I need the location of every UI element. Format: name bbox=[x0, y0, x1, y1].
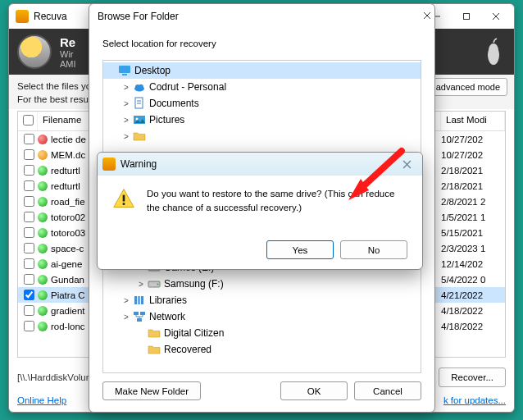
status-dot bbox=[38, 228, 48, 238]
tree-label: Network bbox=[149, 311, 185, 322]
tree-node[interactable]: >Network bbox=[103, 308, 421, 325]
warning-titlebar: Warning bbox=[98, 153, 422, 176]
recover-button[interactable]: Recover... bbox=[439, 368, 506, 387]
row-checkbox[interactable] bbox=[24, 165, 34, 176]
doc-icon bbox=[133, 97, 146, 110]
expand-icon[interactable]: > bbox=[136, 280, 146, 289]
svg-rect-22 bbox=[141, 296, 143, 304]
expand-icon[interactable]: > bbox=[121, 99, 131, 108]
svg-rect-6 bbox=[119, 66, 130, 73]
warning-message: Do you want to restore to the same drive… bbox=[147, 187, 407, 234]
app-icon bbox=[16, 10, 29, 23]
tree-label: Codrut - Personal bbox=[149, 81, 226, 93]
tree-node[interactable]: Desktop bbox=[103, 62, 421, 79]
browse-titlebar: Browse For Folder bbox=[89, 4, 434, 29]
make-new-folder-button[interactable]: Make New Folder bbox=[102, 381, 201, 400]
status-dot bbox=[38, 244, 48, 253]
status-dot bbox=[38, 322, 48, 331]
folder-icon bbox=[133, 130, 146, 143]
tree-node[interactable]: > bbox=[103, 128, 421, 144]
tree-node[interactable]: >Documents bbox=[103, 95, 421, 112]
browse-footer: Make New Folder OK Cancel bbox=[89, 373, 434, 412]
warning-triangle-icon bbox=[112, 187, 135, 210]
folder-icon bbox=[148, 326, 161, 340]
browse-ok-button[interactable]: OK bbox=[280, 381, 348, 400]
close-button[interactable] bbox=[481, 7, 511, 26]
file-date: 2/8/2021 2 bbox=[441, 197, 505, 207]
row-checkbox[interactable] bbox=[24, 258, 34, 269]
browse-close-button[interactable] bbox=[423, 11, 431, 22]
maximize-button[interactable] bbox=[452, 7, 481, 26]
svg-rect-28 bbox=[123, 195, 125, 202]
file-date: 2/18/2021 bbox=[441, 181, 505, 191]
file-date: 12/14/202 bbox=[441, 259, 505, 269]
check-updates-link[interactable]: k for updates... bbox=[443, 395, 506, 405]
status-dot bbox=[38, 259, 48, 269]
row-checkbox[interactable] bbox=[24, 274, 34, 285]
warning-yes-button[interactable]: Yes bbox=[266, 240, 334, 259]
select-all-checkbox[interactable] bbox=[23, 115, 34, 126]
warning-no-button[interactable]: No bbox=[340, 240, 407, 259]
browse-prompt: Select location for recovery bbox=[102, 32, 421, 60]
status-dot bbox=[38, 306, 48, 316]
svg-rect-1 bbox=[464, 14, 470, 20]
file-date: 5/15/2021 bbox=[441, 228, 505, 238]
status-dot bbox=[38, 181, 48, 191]
status-dot bbox=[38, 166, 48, 176]
row-checkbox[interactable] bbox=[24, 227, 34, 238]
row-checkbox[interactable] bbox=[24, 290, 34, 300]
net-icon bbox=[133, 310, 146, 323]
tree-label: Samsung (F:) bbox=[164, 278, 224, 290]
status-dot bbox=[38, 290, 48, 300]
lib-icon bbox=[133, 294, 146, 307]
tree-node[interactable]: >Pictures bbox=[103, 112, 421, 128]
cloud-icon bbox=[133, 80, 146, 94]
tree-node[interactable]: >Samsung (F:) bbox=[103, 276, 421, 292]
tree-node[interactable]: Digital Citizen bbox=[103, 325, 421, 341]
row-checkbox[interactable] bbox=[24, 212, 34, 222]
file-date: 4/18/2022 bbox=[441, 322, 505, 331]
pear-logo bbox=[481, 37, 506, 66]
warning-body: Do you want to restore to the same drive… bbox=[98, 176, 422, 237]
row-checkbox[interactable] bbox=[24, 180, 34, 191]
expand-icon[interactable]: > bbox=[121, 296, 131, 305]
svg-rect-23 bbox=[134, 312, 139, 315]
tree-label: Digital Citizen bbox=[164, 327, 224, 339]
expand-icon[interactable]: > bbox=[121, 313, 131, 322]
warning-dialog: Warning Do you want to restore to the sa… bbox=[97, 152, 423, 270]
row-checkbox[interactable] bbox=[24, 305, 34, 316]
tree-node[interactable]: >Codrut - Personal bbox=[103, 79, 421, 95]
file-date: 10/27/202 bbox=[441, 150, 505, 160]
svg-rect-7 bbox=[122, 74, 127, 75]
file-date: 2/3/2023 1 bbox=[441, 244, 505, 253]
expand-icon[interactable]: > bbox=[121, 132, 131, 141]
svg-rect-29 bbox=[123, 203, 125, 205]
row-checkbox[interactable] bbox=[24, 149, 34, 160]
expand-icon[interactable]: > bbox=[121, 116, 131, 125]
warning-title: Warning bbox=[121, 158, 396, 170]
expand-icon[interactable]: > bbox=[121, 83, 131, 92]
status-dot bbox=[38, 197, 48, 207]
file-date: 2/18/2021 bbox=[441, 166, 505, 176]
col-last-modified[interactable]: Last Modi bbox=[441, 112, 505, 130]
file-date: 10/27/202 bbox=[441, 135, 505, 144]
hard-drive-icon bbox=[17, 34, 52, 69]
browse-cancel-button[interactable]: Cancel bbox=[354, 381, 421, 400]
row-checkbox[interactable] bbox=[24, 243, 34, 253]
tree-label: Libraries bbox=[149, 294, 187, 306]
row-checkbox[interactable] bbox=[24, 134, 34, 144]
tree-node[interactable]: Recovered bbox=[103, 341, 421, 358]
file-date: 4/21/2022 bbox=[441, 290, 505, 300]
status-dot bbox=[38, 150, 48, 160]
row-checkbox[interactable] bbox=[24, 321, 34, 331]
row-checkbox[interactable] bbox=[24, 196, 34, 207]
svg-point-10 bbox=[139, 84, 143, 89]
tree-label: Documents bbox=[149, 98, 199, 109]
tree-node[interactable]: >Libraries bbox=[103, 292, 421, 308]
status-dot bbox=[38, 135, 48, 144]
tree-label: Desktop bbox=[134, 65, 171, 76]
warning-close-button[interactable] bbox=[396, 156, 417, 172]
online-help-link[interactable]: Online Help bbox=[17, 395, 66, 405]
file-date: 4/18/2022 bbox=[441, 306, 505, 316]
svg-rect-20 bbox=[134, 296, 137, 304]
